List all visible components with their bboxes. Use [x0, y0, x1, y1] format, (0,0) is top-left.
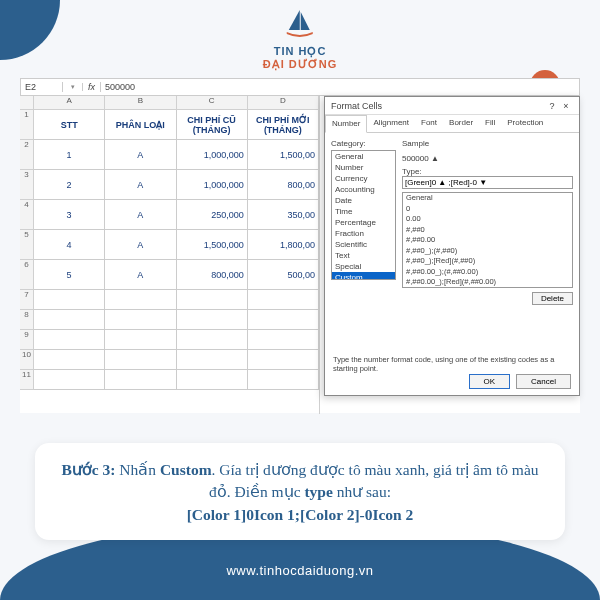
format-code: [Color 1]0Icon 1;[Color 2]-0Icon 2 [187, 506, 414, 523]
data-cell[interactable]: 2 [34, 170, 105, 200]
category-item[interactable]: Custom [332, 272, 395, 280]
format-item[interactable]: #,##0_);[Red](#,##0) [403, 256, 572, 267]
ok-button[interactable]: OK [469, 374, 511, 389]
category-item[interactable]: Currency [332, 173, 395, 184]
col-head[interactable]: B [105, 96, 176, 110]
format-item[interactable]: #,##0.00 [403, 235, 572, 246]
row-head[interactable]: 6 [20, 260, 34, 290]
name-box[interactable]: E2 [21, 82, 63, 92]
tab-protection[interactable]: Protection [501, 115, 549, 132]
data-cell[interactable]: 500,00 [248, 260, 319, 290]
tab-font[interactable]: Font [415, 115, 443, 132]
instruction-card: Bước 3: Nhấn Custom. Gía trị dương được … [35, 443, 565, 540]
step-label: Bước 3: [61, 461, 115, 478]
website-url: www.tinhocdaiduong.vn [226, 563, 373, 578]
data-cell[interactable]: A [105, 230, 176, 260]
format-item[interactable]: $#,##0_);($#,##0) [403, 288, 572, 289]
sample-label: Sample [402, 139, 573, 148]
category-item[interactable]: Time [332, 206, 395, 217]
data-cell[interactable]: 350,00 [248, 200, 319, 230]
brand-logo: TIN HỌC ĐẠI DƯƠNG [263, 8, 338, 71]
row-head[interactable]: 3 [20, 170, 34, 200]
row-head[interactable]: 5 [20, 230, 34, 260]
data-cell[interactable]: 250,000 [177, 200, 248, 230]
category-item[interactable]: Text [332, 250, 395, 261]
namebox-dropdown-icon[interactable]: ▾ [63, 83, 83, 91]
col-head[interactable]: A [34, 96, 105, 110]
format-list[interactable]: General00.00#,##0#,##0.00#,##0_);(#,##0)… [402, 192, 573, 288]
data-cell[interactable]: 1,000,000 [177, 170, 248, 200]
data-cell[interactable]: A [105, 200, 176, 230]
row-head[interactable]: 1 [20, 110, 34, 140]
type-label: Type: [402, 167, 573, 176]
tab-fill[interactable]: Fill [479, 115, 501, 132]
sample-value: 500000 ▲ [402, 152, 573, 167]
data-cell[interactable]: 1,500,00 [248, 140, 319, 170]
data-cell[interactable]: A [105, 260, 176, 290]
data-cell[interactable]: A [105, 140, 176, 170]
type-input[interactable] [402, 176, 573, 189]
formula-bar: E2 ▾ fx 500000 [20, 78, 580, 96]
excel-screenshot: E2 ▾ fx 500000 A B C D 1 STT PHÂN LOẠI C… [20, 78, 580, 413]
col-head[interactable]: D [248, 96, 319, 110]
formula-value[interactable]: 500000 [101, 82, 579, 92]
data-cell[interactable]: 1,500,000 [177, 230, 248, 260]
hint-text: Type the number format code, using one o… [325, 355, 579, 373]
sailboat-icon [263, 8, 338, 45]
format-item[interactable]: 0.00 [403, 214, 572, 225]
category-label: Category: [331, 139, 396, 148]
brand-line2: ĐẠI DƯƠNG [263, 58, 338, 71]
category-item[interactable]: Percentage [332, 217, 395, 228]
category-item[interactable]: Scientific [332, 239, 395, 250]
tab-border[interactable]: Border [443, 115, 479, 132]
category-item[interactable]: General [332, 151, 395, 162]
dialog-tabs: Number Alignment Font Border Fill Protec… [325, 115, 579, 133]
category-item[interactable]: Date [332, 195, 395, 206]
data-cell[interactable]: 1,000,000 [177, 140, 248, 170]
format-item[interactable]: #,##0.00_);[Red](#,##0.00) [403, 277, 572, 288]
brand-line1: TIN HỌC [263, 45, 338, 58]
col-head[interactable]: C [177, 96, 248, 110]
data-cell[interactable]: 5 [34, 260, 105, 290]
format-item[interactable]: #,##0 [403, 225, 572, 236]
format-item[interactable]: General [403, 193, 572, 204]
category-item[interactable]: Special [332, 261, 395, 272]
row-head[interactable]: 2 [20, 140, 34, 170]
header-cell[interactable]: CHI PHÍ CŨ (THÁNG) [177, 110, 248, 140]
close-icon[interactable]: × [559, 101, 573, 111]
dialog-title: Format Cells [331, 101, 382, 111]
row-head[interactable]: 4 [20, 200, 34, 230]
data-cell[interactable]: 1,800,00 [248, 230, 319, 260]
category-item[interactable]: Accounting [332, 184, 395, 195]
format-item[interactable]: #,##0.00_);(#,##0.00) [403, 267, 572, 278]
category-list[interactable]: GeneralNumberCurrencyAccountingDateTimeP… [331, 150, 396, 280]
data-cell[interactable]: 800,000 [177, 260, 248, 290]
cancel-button[interactable]: Cancel [516, 374, 571, 389]
data-cell[interactable]: A [105, 170, 176, 200]
format-cells-dialog: Format Cells ? × Number Alignment Font B… [324, 96, 580, 396]
format-item[interactable]: #,##0_);(#,##0) [403, 246, 572, 257]
tab-alignment[interactable]: Alignment [367, 115, 415, 132]
format-item[interactable]: 0 [403, 204, 572, 215]
tab-number[interactable]: Number [325, 115, 367, 133]
delete-button[interactable]: Delete [532, 292, 573, 305]
data-cell[interactable]: 1 [34, 140, 105, 170]
category-item[interactable]: Fraction [332, 228, 395, 239]
help-icon[interactable]: ? [545, 101, 559, 111]
data-cell[interactable]: 4 [34, 230, 105, 260]
data-cell[interactable]: 800,00 [248, 170, 319, 200]
header-cell[interactable]: CHI PHÍ MỚI (THÁNG) [248, 110, 319, 140]
header-cell[interactable]: STT [34, 110, 105, 140]
spreadsheet-grid[interactable]: A B C D 1 STT PHÂN LOẠI CHI PHÍ CŨ (THÁN… [20, 96, 320, 414]
category-item[interactable]: Number [332, 162, 395, 173]
fx-icon[interactable]: fx [83, 82, 101, 92]
header-cell[interactable]: PHÂN LOẠI [105, 110, 176, 140]
data-cell[interactable]: 3 [34, 200, 105, 230]
